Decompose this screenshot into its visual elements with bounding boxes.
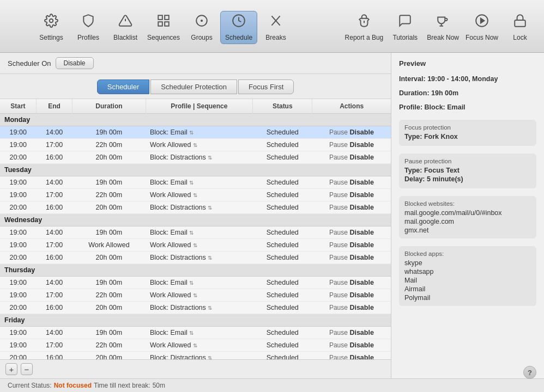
profile-stepper[interactable]: ⇅ — [193, 292, 197, 298]
cell-duration: 19h 00m — [72, 226, 146, 239]
table-row[interactable]: 19:00 17:00 22h 00m Work Allowed ⇅ Sched… — [0, 189, 391, 201]
profile-stepper[interactable]: ⇅ — [193, 242, 197, 248]
table-row[interactable]: 19:00 14:00 19h 00m Block: Email ⇅ Sched… — [0, 327, 391, 339]
table-row[interactable]: 20:00 16:00 20h 00m Block: Distractions … — [0, 201, 391, 214]
toolbar-item-lock[interactable]: Lock — [501, 11, 539, 44]
cell-profile: Block: Email ⇅ — [146, 226, 253, 239]
cell-profile: Work Allowed ⇅ — [146, 289, 253, 302]
profile-stepper[interactable]: ⇅ — [193, 192, 197, 198]
pause-button[interactable]: Pause — [329, 179, 348, 186]
focus-protection-section: Focus protection Type: Fork Knox — [399, 120, 536, 146]
blocked-website-item: gmx.net — [404, 226, 531, 234]
pause-button[interactable]: Pause — [329, 341, 348, 349]
pause-button[interactable]: Pause — [329, 329, 348, 336]
profile-stepper[interactable]: ⇅ — [208, 305, 212, 311]
table-row[interactable]: 19:00 17:00 22h 00m Work Allowed ⇅ Sched… — [0, 339, 391, 352]
disable-button[interactable]: Disable — [349, 204, 373, 211]
pause-button[interactable]: Pause — [329, 128, 348, 136]
disable-button[interactable]: Disable — [349, 229, 373, 236]
toolbar-item-tutorials[interactable]: Tutorials — [386, 11, 424, 44]
pause-button[interactable]: Pause — [329, 291, 348, 299]
profile-stepper[interactable]: ⇅ — [208, 255, 212, 261]
table-row[interactable]: 20:00 16:00 20h 00m Block: Distractions … — [0, 302, 391, 314]
profile-stepper[interactable]: ⇅ — [208, 355, 212, 359]
table-row[interactable]: 19:00 17:00 22h 00m Work Allowed ⇅ Sched… — [0, 139, 391, 151]
add-row-button[interactable]: + — [5, 363, 17, 375]
profile-stepper[interactable]: ⇅ — [193, 142, 197, 148]
toolbar-item-schedule[interactable]: Schedule — [220, 11, 257, 44]
toolbar-item-focus-now[interactable]: Focus Now — [462, 11, 501, 44]
pause-button[interactable]: Pause — [329, 141, 348, 149]
disable-button[interactable]: Disable — [349, 279, 373, 286]
disable-button[interactable]: Disable — [349, 128, 373, 136]
pause-button[interactable]: Pause — [329, 204, 348, 211]
table-row[interactable]: 19:00 17:00 Work Allowed Work Allowed ⇅ … — [0, 239, 391, 252]
disable-button[interactable]: Disable — [349, 154, 373, 161]
tab-scheduler[interactable]: Scheduler — [97, 79, 150, 94]
col-start: Start — [0, 99, 36, 114]
table-row[interactable]: 20:00 16:00 20h 00m Block: Distractions … — [0, 151, 391, 164]
help-button[interactable]: ? — [523, 366, 536, 379]
cell-status: Scheduled — [253, 252, 312, 264]
disable-button[interactable]: Disable — [349, 341, 373, 349]
tab-scheduler-protection[interactable]: Scheduler Protection — [150, 79, 237, 94]
table-row[interactable]: 19:00 14:00 19h 00m Block: Email ⇅ Sched… — [0, 226, 391, 239]
pause-button[interactable]: Pause — [329, 254, 348, 261]
cell-end: 14:00 — [36, 327, 72, 339]
status-bar: Current Status: Not focused Time till ne… — [0, 378, 544, 392]
pause-button[interactable]: Pause — [329, 304, 348, 311]
disable-scheduler-button[interactable]: Disable — [56, 57, 94, 69]
profile-stepper[interactable]: ⇅ — [208, 155, 212, 161]
table-row[interactable]: 19:00 14:00 19h 00m Block: Email ⇅ Sched… — [0, 277, 391, 289]
table-row[interactable]: 20:00 16:00 20h 00m Block: Distractions … — [0, 352, 391, 360]
disable-button[interactable]: Disable — [349, 191, 373, 199]
cell-profile: Block: Email ⇅ — [146, 176, 253, 189]
preview-profile: Profile: Block: Email — [399, 103, 536, 111]
disable-button[interactable]: Disable — [349, 304, 373, 311]
status-value: Not focused — [54, 382, 92, 389]
pause-button[interactable]: Pause — [329, 191, 348, 199]
cell-end: 16:00 — [36, 151, 72, 164]
disable-button[interactable]: Disable — [349, 354, 373, 359]
toolbar-item-blacklist[interactable]: Blacklist — [107, 11, 144, 44]
pause-button[interactable]: Pause — [329, 354, 348, 359]
disable-button[interactable]: Disable — [349, 179, 373, 186]
profile-stepper[interactable]: ⇅ — [189, 230, 194, 236]
table-row[interactable]: 19:00 14:00 19h 00m Block: Email ⇅ Sched… — [0, 126, 391, 139]
cell-profile: Work Allowed ⇅ — [146, 189, 253, 201]
toolbar-item-breaks[interactable]: Breaks — [257, 11, 294, 44]
remove-row-button[interactable]: − — [21, 363, 33, 375]
profile-stepper[interactable]: ⇅ — [208, 205, 212, 211]
pause-button[interactable]: Pause — [329, 241, 348, 249]
pause-button[interactable]: Pause — [329, 154, 348, 161]
pause-button[interactable]: Pause — [329, 279, 348, 286]
toolbar-item-break-now[interactable]: Break Now — [424, 11, 462, 44]
disable-button[interactable]: Disable — [349, 141, 373, 149]
table-row[interactable]: 20:00 16:00 20h 00m Block: Distractions … — [0, 252, 391, 264]
cell-end: 14:00 — [36, 126, 72, 139]
toolbar-item-settings[interactable]: Settings — [33, 11, 70, 44]
toolbar-item-groups[interactable]: Groups — [183, 11, 220, 44]
toolbar-item-report-bug[interactable]: Report a Bug — [342, 11, 387, 44]
disable-button[interactable]: Disable — [349, 254, 373, 261]
tab-focus-first[interactable]: Focus First — [238, 79, 294, 94]
profile-stepper[interactable]: ⇅ — [189, 180, 194, 186]
table-row[interactable]: 19:00 14:00 19h 00m Block: Email ⇅ Sched… — [0, 176, 391, 189]
cell-status: Scheduled — [253, 339, 312, 352]
pause-protection-section: Pause protection Type: Focus Text Delay:… — [399, 154, 536, 188]
profile-stepper[interactable]: ⇅ — [193, 342, 197, 348]
disable-button[interactable]: Disable — [349, 329, 373, 336]
toolbar-item-sequences[interactable]: Sequences — [144, 11, 183, 44]
table-row[interactable]: 19:00 17:00 22h 00m Work Allowed ⇅ Sched… — [0, 289, 391, 302]
col-status: Status — [253, 99, 312, 114]
toolbar-item-profiles[interactable]: Profiles — [70, 11, 107, 44]
pause-button[interactable]: Pause — [329, 229, 348, 236]
profile-stepper[interactable]: ⇅ — [189, 330, 194, 336]
profile-stepper[interactable]: ⇅ — [189, 280, 194, 286]
disable-button[interactable]: Disable — [349, 241, 373, 249]
cell-profile: Block: Distractions ⇅ — [146, 201, 253, 214]
svg-rect-5 — [165, 22, 169, 26]
profile-stepper[interactable]: ⇅ — [189, 130, 194, 136]
blocked-websites-list: mail.google.com/mail/u/0/#inboxmail.goog… — [404, 209, 531, 234]
disable-button[interactable]: Disable — [349, 291, 373, 299]
